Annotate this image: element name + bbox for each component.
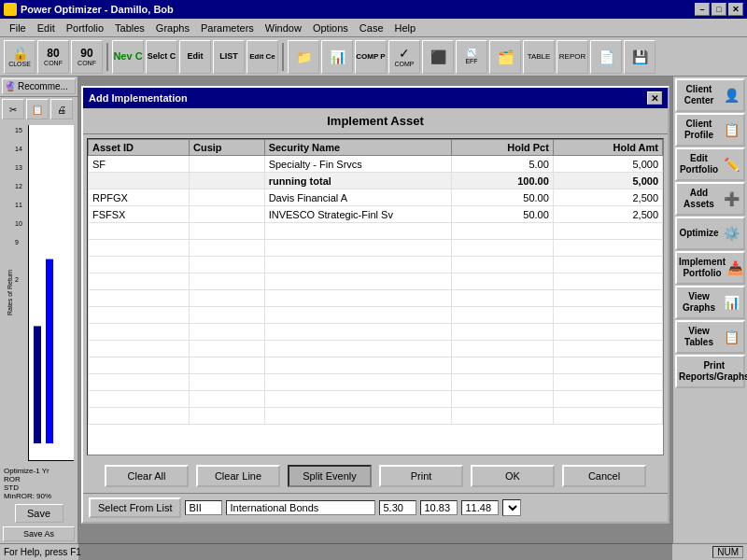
toolbar-select-c[interactable]: Selct C <box>146 40 177 74</box>
table-row-total[interactable]: running total 100.00 5,000 <box>89 173 663 189</box>
sidebar-add-assets[interactable]: AddAssets ➕ <box>675 182 745 216</box>
table-row-empty[interactable] <box>89 341 663 357</box>
sidebar-view-graphs-label: ViewGraphs <box>679 291 719 314</box>
bottom-code-input[interactable] <box>185 500 222 515</box>
conf80-icon: 80 <box>47 48 59 59</box>
clear-all-button[interactable]: Clear All <box>105 465 189 487</box>
toolbar-new-c[interactable]: Nev C <box>112 40 144 74</box>
toolbar-black-box[interactable]: ⬛ <box>422 40 454 74</box>
center-area: Add Implementation ✕ Implement Asset Ass… <box>78 77 672 560</box>
left-panel: 🔮 Recomme... ✂ 📋 🖨 Rates of Return 15 14… <box>0 77 78 560</box>
menu-options[interactable]: Options <box>307 21 354 35</box>
comp-icon: ✓ <box>399 47 410 60</box>
table-row-empty[interactable] <box>89 374 663 391</box>
toolbar-edit-ce[interactable]: Edit Ce <box>247 40 278 74</box>
close-button[interactable]: ✕ <box>728 3 743 16</box>
bottom-labels: Optimize-1 Yr ROR STD MinROR: 90% <box>0 465 78 502</box>
modal-close-button[interactable]: ✕ <box>647 91 662 105</box>
left-icon-row: ✂ 📋 🖨 <box>0 97 78 121</box>
cell-cusip <box>190 156 265 173</box>
modal-overlay: Add Implementation ✕ Implement Asset Ass… <box>78 77 672 560</box>
maximize-button[interactable]: □ <box>712 3 726 16</box>
toolbar-comp-p[interactable]: COMP P <box>355 40 387 74</box>
menu-case[interactable]: Case <box>354 21 389 35</box>
toolbar-table-icon[interactable]: 🗂️ <box>489 40 521 74</box>
doc-icon: 📄 <box>599 50 614 63</box>
toolbar-doc[interactable]: 📄 <box>590 40 622 74</box>
cell-security-name-2: Davis Financial A <box>264 189 451 206</box>
sidebar-client-profile[interactable]: ClientProfile 📋 <box>675 113 745 147</box>
sidebar-edit-portfolio[interactable]: EditPortfolio ✏️ <box>675 147 745 181</box>
left-icon-copy[interactable]: 📋 <box>26 99 49 119</box>
table-row-empty[interactable] <box>89 324 663 341</box>
table-row[interactable]: SF Specialty - Fin Srvcs 5.00 5,000 <box>89 156 663 173</box>
toolbar-list[interactable]: LIST <box>213 40 245 74</box>
left-icon-scissors[interactable]: ✂ <box>2 99 24 119</box>
bottom-val2-input[interactable] <box>420 500 458 515</box>
col-hold-amt: Hold Amt <box>553 140 662 156</box>
toolbar-close[interactable]: 🔒 CLOSE <box>4 40 35 74</box>
table-row-empty[interactable] <box>89 290 663 307</box>
toolbar-chart[interactable]: 📊 <box>321 40 353 74</box>
table-row-empty[interactable] <box>89 240 663 257</box>
table-row-empty[interactable] <box>89 223 663 240</box>
table-row-empty[interactable] <box>89 357 663 374</box>
menu-file[interactable]: File <box>4 21 32 35</box>
edit-portfolio-icon: ✏️ <box>721 154 741 175</box>
menu-edit[interactable]: Edit <box>32 21 61 35</box>
menu-bar: File Edit Portfolio Tables Graphs Parame… <box>0 19 747 37</box>
col-asset-id: Asset ID <box>89 140 190 156</box>
sidebar-client-center[interactable]: ClientCenter 👤 <box>675 78 745 112</box>
toolbar-conf90[interactable]: 90 CONF <box>71 40 103 74</box>
toolbar-comp[interactable]: ✓ COMP <box>388 40 420 74</box>
menu-parameters[interactable]: Parameters <box>195 21 260 35</box>
sidebar-view-tables-label: ViewTables <box>679 326 719 348</box>
menu-graphs[interactable]: Graphs <box>150 21 195 35</box>
clear-line-button[interactable]: Clear Line <box>196 465 280 487</box>
left-icon-print[interactable]: 🖨 <box>50 99 73 119</box>
ok-button[interactable]: OK <box>471 465 555 487</box>
toolbar-eff[interactable]: 📉 EFF <box>456 40 487 74</box>
menu-tables[interactable]: Tables <box>109 21 150 35</box>
table-row-empty[interactable] <box>89 391 663 408</box>
menu-help[interactable]: Help <box>389 21 422 35</box>
cell-cusip-2 <box>190 189 265 206</box>
implement-portfolio-icon: 📥 <box>727 258 743 278</box>
save-button[interactable]: Save <box>15 504 63 523</box>
table-row-empty[interactable] <box>89 273 663 290</box>
table-row-empty[interactable] <box>89 257 663 273</box>
title-window-controls: – □ ✕ <box>695 3 743 16</box>
save-as-button[interactable]: Save As <box>3 526 75 541</box>
bottom-val1-input[interactable] <box>379 500 416 515</box>
minimize-button[interactable]: – <box>695 3 710 16</box>
table-row[interactable]: FSFSX INVESCO Strategic-Finl Sv 50.00 2,… <box>89 206 663 223</box>
toolbar-folder[interactable]: 📁 <box>288 40 319 74</box>
recommend-button[interactable]: 🔮 Recomme... <box>2 78 76 94</box>
sidebar-optimize[interactable]: Optimize ⚙️ <box>675 217 745 250</box>
toolbar-table2[interactable]: TABLE <box>523 40 555 74</box>
select-from-list-button[interactable]: Select From List <box>89 497 181 518</box>
menu-portfolio[interactable]: Portfolio <box>61 21 109 35</box>
sidebar-implement-portfolio[interactable]: ImplementPortfolio 📥 <box>675 251 745 285</box>
toolbar-save[interactable]: 💾 <box>624 40 655 74</box>
toolbar-report[interactable]: REPOR <box>557 40 588 74</box>
sidebar-print-reports[interactable]: PrintReports/Graphs 🖨️ <box>675 355 745 388</box>
sidebar-view-graphs[interactable]: ViewGraphs 📊 <box>675 286 745 319</box>
split-evenly-button[interactable]: Split Evenly <box>288 465 372 487</box>
cell-hold-pct-total: 100.00 <box>451 173 553 189</box>
sidebar-view-tables[interactable]: ViewTables 📋 <box>675 320 745 354</box>
table-row-empty[interactable] <box>89 307 663 324</box>
bottom-val3-input[interactable] <box>461 500 499 515</box>
bottom-dropdown[interactable] <box>502 499 521 516</box>
modal-table-wrapper[interactable]: Asset ID Cusip Security Name Hold Pct Ho… <box>87 138 664 455</box>
print-button[interactable]: Print <box>379 465 463 487</box>
cell-hold-amt-total: 5,000 <box>553 173 662 189</box>
table-row-empty[interactable] <box>89 408 663 425</box>
cancel-button[interactable]: Cancel <box>562 465 646 487</box>
bottom-name-input[interactable] <box>226 500 375 515</box>
table-row[interactable]: RPFGX Davis Financial A 50.00 2,500 <box>89 189 663 206</box>
client-center-icon: 👤 <box>721 85 741 105</box>
toolbar-edit[interactable]: Edit <box>179 40 211 74</box>
toolbar-conf80[interactable]: 80 CONF <box>37 40 69 74</box>
menu-window[interactable]: Window <box>260 21 307 35</box>
